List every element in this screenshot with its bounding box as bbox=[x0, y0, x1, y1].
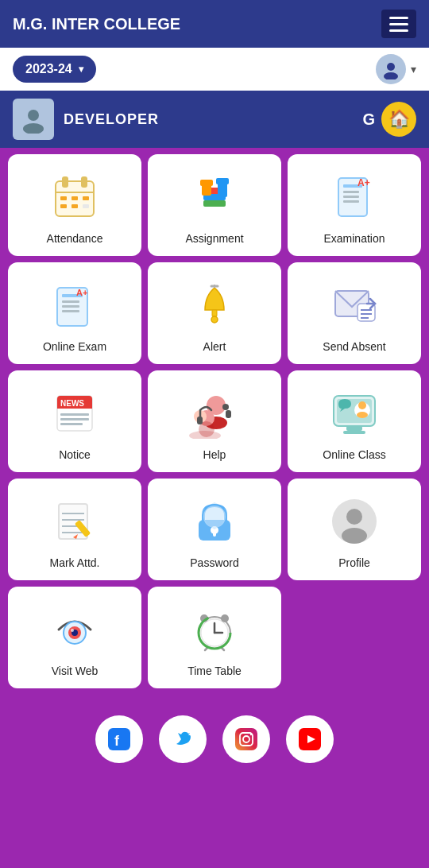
year-selector[interactable]: 2023-24 ▾ bbox=[13, 56, 96, 83]
svg-rect-9 bbox=[72, 196, 78, 200]
profile-actions: G 🏠 bbox=[362, 102, 416, 137]
svg-rect-16 bbox=[203, 200, 226, 207]
grid-item-assignment[interactable]: Assignment bbox=[148, 154, 281, 256]
hamburger-line-2 bbox=[389, 23, 408, 25]
year-value: 2023-24 bbox=[25, 62, 72, 76]
svg-rect-13 bbox=[83, 204, 89, 208]
user-avatar-icon bbox=[376, 54, 406, 84]
svg-point-3 bbox=[23, 123, 44, 134]
online-exam-icon: A+ bbox=[46, 277, 103, 334]
svg-text:NEWS: NEWS bbox=[60, 399, 84, 408]
year-dropdown-arrow: ▾ bbox=[79, 64, 83, 75]
grid-item-time-table[interactable]: Time Table bbox=[148, 587, 281, 688]
svg-rect-5 bbox=[62, 176, 68, 188]
svg-point-76 bbox=[203, 506, 226, 528]
profile-name: DEVELOPER bbox=[64, 111, 159, 128]
svg-point-55 bbox=[189, 431, 221, 439]
profile-avatar-icon bbox=[13, 99, 54, 140]
svg-rect-18 bbox=[200, 180, 213, 186]
svg-point-79 bbox=[342, 528, 367, 544]
svg-rect-20 bbox=[216, 178, 229, 184]
main-grid: Attendance Assignment bbox=[8, 154, 421, 580]
svg-rect-64 bbox=[346, 426, 362, 431]
profile-label: Profile bbox=[338, 556, 370, 569]
svg-rect-25 bbox=[343, 200, 359, 203]
svg-rect-93 bbox=[108, 728, 130, 750]
svg-text:A+: A+ bbox=[358, 177, 370, 188]
help-icon bbox=[186, 385, 243, 442]
examination-label: Examination bbox=[323, 232, 385, 245]
hamburger-line-3 bbox=[389, 29, 408, 32]
grid-item-alert[interactable]: Alert bbox=[148, 262, 281, 364]
attendance-icon bbox=[46, 169, 103, 226]
password-label: Password bbox=[190, 556, 238, 569]
assignment-icon bbox=[186, 169, 243, 226]
visit-web-icon bbox=[46, 601, 103, 658]
svg-text:f: f bbox=[114, 733, 120, 749]
grid-item-attendance[interactable]: Attendance bbox=[8, 154, 141, 256]
grid-item-help[interactable]: Help bbox=[148, 370, 281, 472]
svg-rect-24 bbox=[343, 196, 359, 198]
profile-icon bbox=[326, 493, 383, 550]
svg-rect-29 bbox=[62, 300, 79, 303]
grid-item-send-absent[interactable]: Send Absent bbox=[288, 262, 421, 364]
mark-attd-label: Mark Attd. bbox=[49, 556, 99, 569]
profile-bar: DEVELOPER G 🏠 bbox=[0, 91, 429, 148]
online-class-icon bbox=[326, 385, 383, 442]
svg-rect-8 bbox=[60, 196, 67, 200]
grid-item-online-exam[interactable]: A+ Online Exam bbox=[8, 262, 141, 364]
mark-attd-icon bbox=[46, 493, 103, 550]
svg-rect-12 bbox=[72, 204, 78, 208]
time-table-label: Time Table bbox=[187, 665, 242, 677]
attendance-label: Attendance bbox=[47, 232, 103, 245]
grid-item-examination[interactable]: A+ Examination bbox=[288, 154, 421, 256]
facebook-svg: f bbox=[108, 728, 130, 750]
g-label: G bbox=[362, 110, 375, 129]
facebook-button[interactable]:  f bbox=[95, 715, 143, 763]
twitter-button[interactable] bbox=[159, 715, 207, 763]
main-grid-container: Attendance Assignment bbox=[0, 148, 429, 696]
notice-icon: NEWS bbox=[46, 385, 103, 442]
youtube-button[interactable] bbox=[286, 715, 334, 763]
instagram-button[interactable] bbox=[222, 715, 270, 763]
app-title: M.G. INTER COLLEGE bbox=[13, 15, 180, 33]
examination-icon: A+ bbox=[326, 169, 383, 226]
grid-item-profile[interactable]: Profile bbox=[288, 479, 421, 580]
svg-rect-6 bbox=[81, 176, 87, 188]
online-class-label: Online Class bbox=[323, 448, 385, 461]
send-absent-icon bbox=[326, 277, 383, 334]
svg-text:A+: A+ bbox=[76, 288, 87, 297]
password-icon bbox=[186, 493, 243, 550]
svg-point-62 bbox=[358, 401, 366, 409]
help-label: Help bbox=[203, 448, 226, 461]
grid-item-password[interactable]: Password bbox=[148, 479, 281, 580]
home-icon: 🏠 bbox=[388, 109, 410, 130]
svg-rect-23 bbox=[343, 191, 359, 193]
svg-rect-65 bbox=[343, 431, 365, 434]
svg-point-2 bbox=[28, 110, 39, 121]
svg-point-63 bbox=[357, 412, 368, 418]
hamburger-button[interactable] bbox=[381, 10, 416, 38]
alert-label: Alert bbox=[203, 340, 226, 353]
social-bar:  f bbox=[0, 696, 429, 787]
time-table-icon bbox=[186, 601, 243, 658]
home-button[interactable]: 🏠 bbox=[381, 102, 416, 137]
svg-rect-49 bbox=[60, 423, 83, 425]
user-avatar-button[interactable]: ▾ bbox=[376, 54, 416, 84]
svg-point-0 bbox=[387, 63, 395, 71]
send-absent-label: Send Absent bbox=[323, 340, 385, 353]
svg-point-1 bbox=[384, 72, 398, 79]
bottom-grid: Visit Web bbox=[8, 587, 421, 688]
grid-item-mark-attd[interactable]: Mark Attd. bbox=[8, 479, 141, 580]
grid-item-online-class[interactable]: Online Class bbox=[288, 370, 421, 472]
online-exam-label: Online Exam bbox=[43, 340, 106, 353]
grid-item-visit-web[interactable]: Visit Web bbox=[8, 587, 141, 688]
app-header: M.G. INTER COLLEGE bbox=[0, 0, 429, 48]
svg-rect-58 bbox=[226, 410, 231, 418]
svg-rect-31 bbox=[62, 310, 79, 312]
grid-item-notice[interactable]: NEWS Notice bbox=[8, 370, 141, 472]
svg-rect-48 bbox=[60, 418, 89, 420]
svg-point-83 bbox=[71, 629, 74, 632]
visit-web-label: Visit Web bbox=[52, 665, 99, 677]
assignment-label: Assignment bbox=[185, 232, 243, 245]
